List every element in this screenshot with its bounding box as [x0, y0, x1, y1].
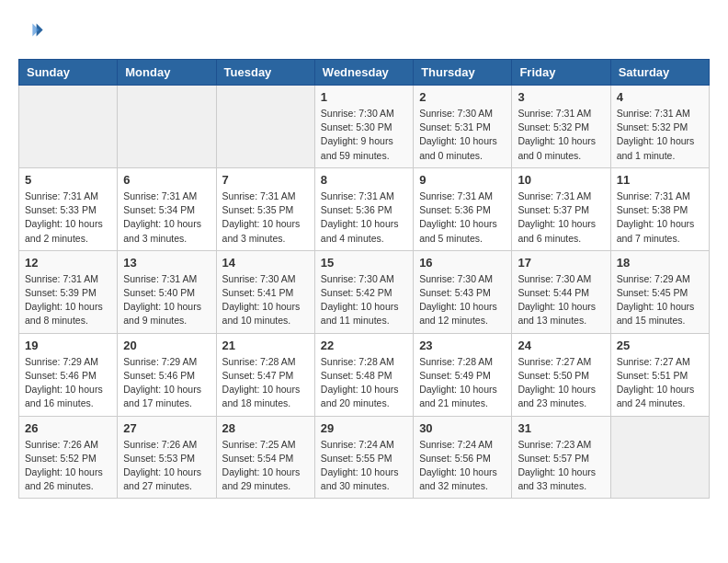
- calendar-cell: 4Sunrise: 7:31 AMSunset: 5:32 PMDaylight…: [610, 86, 709, 168]
- day-number: 8: [321, 173, 407, 187]
- logo: [18, 18, 48, 44]
- day-info: Sunrise: 7:28 AMSunset: 5:49 PMDaylight:…: [419, 355, 506, 411]
- calendar-cell: 10Sunrise: 7:31 AMSunset: 5:37 PMDayligh…: [512, 167, 610, 250]
- day-number: 30: [419, 421, 506, 435]
- day-info: Sunrise: 7:31 AMSunset: 5:37 PMDaylight:…: [518, 190, 604, 246]
- logo-icon: [18, 18, 44, 44]
- calendar-cell: 24Sunrise: 7:27 AMSunset: 5:50 PMDayligh…: [512, 333, 610, 416]
- calendar-cell: 28Sunrise: 7:25 AMSunset: 5:54 PMDayligh…: [216, 416, 314, 499]
- day-info: Sunrise: 7:27 AMSunset: 5:51 PMDaylight:…: [617, 355, 703, 411]
- day-info: Sunrise: 7:30 AMSunset: 5:31 PMDaylight:…: [419, 107, 506, 163]
- calendar-cell: 21Sunrise: 7:28 AMSunset: 5:47 PMDayligh…: [216, 333, 314, 416]
- day-number: 31: [518, 421, 604, 435]
- day-number: 19: [25, 339, 111, 352]
- calendar-cell: 25Sunrise: 7:27 AMSunset: 5:51 PMDayligh…: [610, 333, 709, 416]
- day-number: 10: [518, 173, 604, 187]
- day-number: 16: [419, 256, 506, 270]
- calendar-cell: 27Sunrise: 7:26 AMSunset: 5:53 PMDayligh…: [118, 416, 216, 499]
- day-number: 26: [25, 421, 111, 435]
- day-info: Sunrise: 7:27 AMSunset: 5:50 PMDaylight:…: [518, 355, 604, 411]
- day-number: 2: [419, 90, 506, 104]
- calendar-cell: 14Sunrise: 7:30 AMSunset: 5:41 PMDayligh…: [216, 250, 314, 333]
- day-info: Sunrise: 7:29 AMSunset: 5:46 PMDaylight:…: [25, 355, 111, 411]
- calendar-cell: 17Sunrise: 7:30 AMSunset: 5:44 PMDayligh…: [512, 250, 610, 333]
- day-info: Sunrise: 7:31 AMSunset: 5:40 PMDaylight:…: [123, 272, 210, 328]
- weekday-header-tuesday: Tuesday: [216, 60, 314, 86]
- calendar-cell: 13Sunrise: 7:31 AMSunset: 5:40 PMDayligh…: [118, 250, 216, 333]
- day-number: 6: [123, 173, 210, 187]
- day-number: 7: [222, 173, 309, 187]
- day-info: Sunrise: 7:24 AMSunset: 5:56 PMDaylight:…: [419, 438, 506, 494]
- day-info: Sunrise: 7:31 AMSunset: 5:36 PMDaylight:…: [321, 190, 407, 246]
- day-info: Sunrise: 7:31 AMSunset: 5:39 PMDaylight:…: [25, 272, 111, 328]
- calendar-cell: 20Sunrise: 7:29 AMSunset: 5:46 PMDayligh…: [118, 333, 216, 416]
- calendar-week-2: 5Sunrise: 7:31 AMSunset: 5:33 PMDaylight…: [19, 167, 710, 250]
- day-number: 13: [123, 256, 210, 270]
- calendar-cell: 16Sunrise: 7:30 AMSunset: 5:43 PMDayligh…: [414, 250, 512, 333]
- day-number: 22: [321, 339, 407, 352]
- day-info: Sunrise: 7:31 AMSunset: 5:34 PMDaylight:…: [123, 190, 210, 246]
- day-info: Sunrise: 7:29 AMSunset: 5:46 PMDaylight:…: [123, 355, 210, 411]
- day-info: Sunrise: 7:31 AMSunset: 5:35 PMDaylight:…: [222, 190, 309, 246]
- day-number: 23: [419, 339, 506, 352]
- day-info: Sunrise: 7:31 AMSunset: 5:38 PMDaylight:…: [617, 190, 703, 246]
- calendar-week-5: 26Sunrise: 7:26 AMSunset: 5:52 PMDayligh…: [19, 416, 710, 499]
- calendar-cell: 15Sunrise: 7:30 AMSunset: 5:42 PMDayligh…: [314, 250, 413, 333]
- day-number: 11: [617, 173, 703, 187]
- calendar-cell: [216, 86, 314, 168]
- calendar-week-1: 1Sunrise: 7:30 AMSunset: 5:30 PMDaylight…: [19, 86, 710, 168]
- day-number: 3: [518, 90, 604, 104]
- calendar-table: SundayMondayTuesdayWednesdayThursdayFrid…: [18, 59, 710, 499]
- day-info: Sunrise: 7:31 AMSunset: 5:33 PMDaylight:…: [25, 190, 111, 246]
- calendar-cell: 23Sunrise: 7:28 AMSunset: 5:49 PMDayligh…: [414, 333, 512, 416]
- day-number: 27: [123, 421, 210, 435]
- day-info: Sunrise: 7:23 AMSunset: 5:57 PMDaylight:…: [518, 438, 604, 494]
- weekday-header-saturday: Saturday: [610, 60, 709, 86]
- calendar-cell: 30Sunrise: 7:24 AMSunset: 5:56 PMDayligh…: [414, 416, 512, 499]
- day-info: Sunrise: 7:31 AMSunset: 5:36 PMDaylight:…: [419, 190, 506, 246]
- day-number: 20: [123, 339, 210, 352]
- calendar-cell: 7Sunrise: 7:31 AMSunset: 5:35 PMDaylight…: [216, 167, 314, 250]
- day-info: Sunrise: 7:28 AMSunset: 5:47 PMDaylight:…: [222, 355, 309, 411]
- day-number: 12: [25, 256, 111, 270]
- day-info: Sunrise: 7:30 AMSunset: 5:43 PMDaylight:…: [419, 272, 506, 328]
- calendar-cell: 31Sunrise: 7:23 AMSunset: 5:57 PMDayligh…: [512, 416, 610, 499]
- weekday-header-wednesday: Wednesday: [314, 60, 413, 86]
- calendar-cell: 12Sunrise: 7:31 AMSunset: 5:39 PMDayligh…: [19, 250, 118, 333]
- weekday-header-monday: Monday: [118, 60, 216, 86]
- calendar-cell: 5Sunrise: 7:31 AMSunset: 5:33 PMDaylight…: [19, 167, 118, 250]
- day-info: Sunrise: 7:26 AMSunset: 5:53 PMDaylight:…: [123, 438, 210, 494]
- calendar-cell: 1Sunrise: 7:30 AMSunset: 5:30 PMDaylight…: [314, 86, 413, 168]
- day-info: Sunrise: 7:31 AMSunset: 5:32 PMDaylight:…: [617, 107, 703, 163]
- calendar-cell: 19Sunrise: 7:29 AMSunset: 5:46 PMDayligh…: [19, 333, 118, 416]
- day-number: 18: [617, 256, 703, 270]
- day-info: Sunrise: 7:30 AMSunset: 5:42 PMDaylight:…: [321, 272, 407, 328]
- day-number: 17: [518, 256, 604, 270]
- calendar-cell: [118, 86, 216, 168]
- day-number: 29: [321, 421, 407, 435]
- calendar-week-3: 12Sunrise: 7:31 AMSunset: 5:39 PMDayligh…: [19, 250, 710, 333]
- day-number: 24: [518, 339, 604, 352]
- weekday-header-thursday: Thursday: [414, 60, 512, 86]
- day-number: 5: [25, 173, 111, 187]
- day-number: 28: [222, 421, 309, 435]
- calendar-cell: 2Sunrise: 7:30 AMSunset: 5:31 PMDaylight…: [414, 86, 512, 168]
- day-number: 15: [321, 256, 407, 270]
- day-info: Sunrise: 7:30 AMSunset: 5:44 PMDaylight:…: [518, 272, 604, 328]
- day-info: Sunrise: 7:24 AMSunset: 5:55 PMDaylight:…: [321, 438, 407, 494]
- day-info: Sunrise: 7:29 AMSunset: 5:45 PMDaylight:…: [617, 272, 703, 328]
- day-info: Sunrise: 7:30 AMSunset: 5:41 PMDaylight:…: [222, 272, 309, 328]
- weekday-header-friday: Friday: [512, 60, 610, 86]
- calendar-week-4: 19Sunrise: 7:29 AMSunset: 5:46 PMDayligh…: [19, 333, 710, 416]
- day-number: 4: [617, 90, 703, 104]
- weekday-header-sunday: Sunday: [19, 60, 118, 86]
- day-number: 25: [617, 339, 703, 352]
- calendar-cell: 3Sunrise: 7:31 AMSunset: 5:32 PMDaylight…: [512, 86, 610, 168]
- calendar-cell: [19, 86, 118, 168]
- day-number: 14: [222, 256, 309, 270]
- calendar-header-row: SundayMondayTuesdayWednesdayThursdayFrid…: [19, 60, 710, 86]
- day-number: 21: [222, 339, 309, 352]
- day-info: Sunrise: 7:28 AMSunset: 5:48 PMDaylight:…: [321, 355, 407, 411]
- day-number: 1: [321, 90, 407, 104]
- calendar-cell: 6Sunrise: 7:31 AMSunset: 5:34 PMDaylight…: [118, 167, 216, 250]
